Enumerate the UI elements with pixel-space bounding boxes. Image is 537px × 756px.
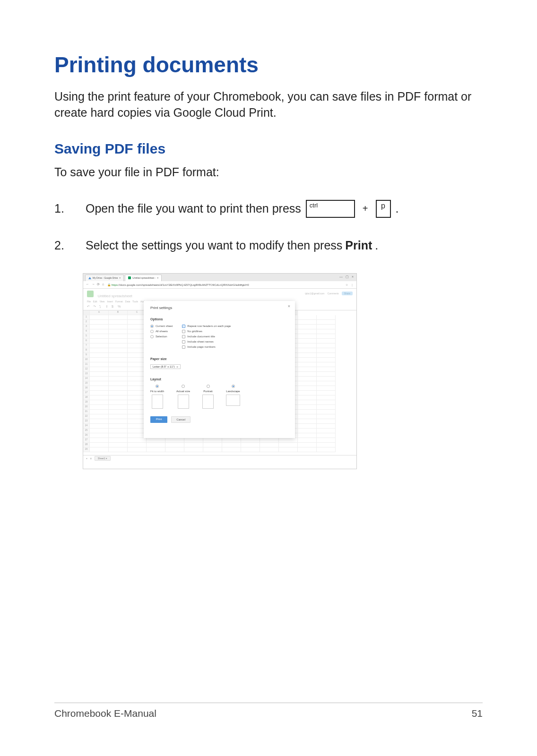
cell[interactable] — [241, 443, 260, 447]
cell[interactable] — [298, 320, 317, 325]
option-no-gridlines[interactable]: No gridlines — [182, 330, 231, 333]
cell[interactable] — [317, 325, 336, 329]
cell[interactable] — [184, 447, 203, 452]
cancel-button[interactable]: Cancel — [171, 416, 191, 423]
cell[interactable] — [317, 381, 336, 386]
cell[interactable] — [298, 419, 317, 424]
cell[interactable] — [128, 438, 147, 443]
redo-icon[interactable]: ↷ — [93, 305, 97, 309]
cell[interactable] — [317, 353, 336, 358]
cell[interactable] — [317, 329, 336, 334]
col-header[interactable]: B — [109, 310, 128, 315]
menu-view[interactable]: View — [100, 300, 105, 303]
sheet-tab[interactable]: Sheet1 ▾ — [95, 456, 111, 461]
cell[interactable] — [109, 391, 128, 395]
menu-tools[interactable]: Tools — [132, 300, 138, 303]
cell[interactable] — [317, 386, 336, 391]
cell[interactable] — [165, 438, 184, 443]
cell[interactable] — [109, 362, 128, 367]
browser-tab-sheet[interactable]: Untitled spreadsheet - × — [125, 275, 162, 281]
cell[interactable] — [90, 339, 109, 344]
cell[interactable] — [109, 372, 128, 377]
row-header[interactable]: 8 — [83, 348, 90, 353]
cell[interactable] — [90, 405, 109, 410]
cell[interactable] — [90, 381, 109, 386]
cell[interactable] — [109, 353, 128, 358]
row-header[interactable]: 12 — [83, 367, 90, 372]
row-header[interactable]: 3 — [83, 325, 90, 329]
cell[interactable] — [317, 348, 336, 353]
cell[interactable] — [298, 395, 317, 400]
cell[interactable] — [147, 443, 165, 447]
cell[interactable] — [109, 358, 128, 362]
option-current-sheet[interactable]: Current sheet — [150, 325, 173, 328]
cell[interactable] — [317, 367, 336, 372]
cell[interactable] — [298, 381, 317, 386]
paint-icon[interactable]: ⇪ — [105, 305, 109, 309]
cell[interactable] — [317, 447, 336, 452]
row-header[interactable]: 10 — [83, 358, 90, 362]
cell[interactable] — [90, 386, 109, 391]
option-include-sheetnames[interactable]: Include sheet names — [182, 340, 231, 344]
cell[interactable] — [298, 438, 317, 443]
row-header[interactable]: 20 — [83, 405, 90, 410]
forward-icon[interactable]: → — [92, 283, 95, 286]
cell[interactable] — [298, 447, 317, 452]
cell[interactable] — [109, 424, 128, 429]
cell[interactable] — [90, 433, 109, 438]
cell[interactable] — [90, 334, 109, 339]
row-header[interactable]: 7 — [83, 344, 90, 348]
cell[interactable] — [109, 433, 128, 438]
row-header[interactable]: 18 — [83, 395, 90, 400]
row-header[interactable]: 23 — [83, 419, 90, 424]
cell[interactable] — [317, 424, 336, 429]
cell[interactable] — [109, 367, 128, 372]
cell[interactable] — [317, 429, 336, 433]
cell[interactable] — [222, 447, 241, 452]
cell[interactable] — [241, 438, 260, 443]
cell[interactable] — [90, 348, 109, 353]
row-header[interactable]: 4 — [83, 329, 90, 334]
cell[interactable] — [298, 329, 317, 334]
cell[interactable] — [109, 438, 128, 443]
cell[interactable] — [90, 362, 109, 367]
cell[interactable] — [298, 325, 317, 329]
cell[interactable] — [298, 348, 317, 353]
cell[interactable] — [317, 339, 336, 344]
cell[interactable] — [90, 391, 109, 395]
cell[interactable] — [298, 391, 317, 395]
cell[interactable] — [298, 410, 317, 414]
cell[interactable] — [317, 419, 336, 424]
percent-icon[interactable]: % — [118, 305, 121, 309]
menu-insert[interactable]: Insert — [107, 300, 113, 303]
browser-tab-drive[interactable]: My Drive - Google Drive × — [85, 275, 124, 281]
cell[interactable] — [317, 395, 336, 400]
cell[interactable] — [298, 405, 317, 410]
cell[interactable] — [109, 414, 128, 419]
row-header[interactable]: 28 — [83, 443, 90, 447]
cell[interactable] — [298, 358, 317, 362]
cell[interactable] — [317, 410, 336, 414]
cell[interactable] — [298, 414, 317, 419]
cell[interactable] — [317, 372, 336, 377]
print-button[interactable]: Print — [150, 416, 167, 423]
cell[interactable] — [317, 391, 336, 395]
cell[interactable] — [109, 339, 128, 344]
cell[interactable] — [90, 443, 109, 447]
row-header[interactable]: 13 — [83, 372, 90, 377]
menu-format[interactable]: Format — [115, 300, 123, 303]
row-header[interactable]: 25 — [83, 429, 90, 433]
layout-fit-to-width[interactable]: Fit to width — [150, 385, 164, 409]
cell[interactable] — [109, 348, 128, 353]
tab-close-icon[interactable]: × — [119, 276, 121, 279]
row-header[interactable]: 15 — [83, 381, 90, 386]
tab-close-icon[interactable]: × — [157, 276, 158, 279]
menu-edit[interactable]: Edit — [93, 300, 97, 303]
all-sheets-icon[interactable]: ≡ — [90, 457, 92, 460]
comments-button[interactable]: Comments — [327, 292, 338, 295]
cell[interactable] — [298, 443, 317, 447]
cell[interactable] — [109, 329, 128, 334]
cell[interactable] — [128, 447, 147, 452]
cell[interactable] — [298, 372, 317, 377]
row-header[interactable]: 5 — [83, 334, 90, 339]
